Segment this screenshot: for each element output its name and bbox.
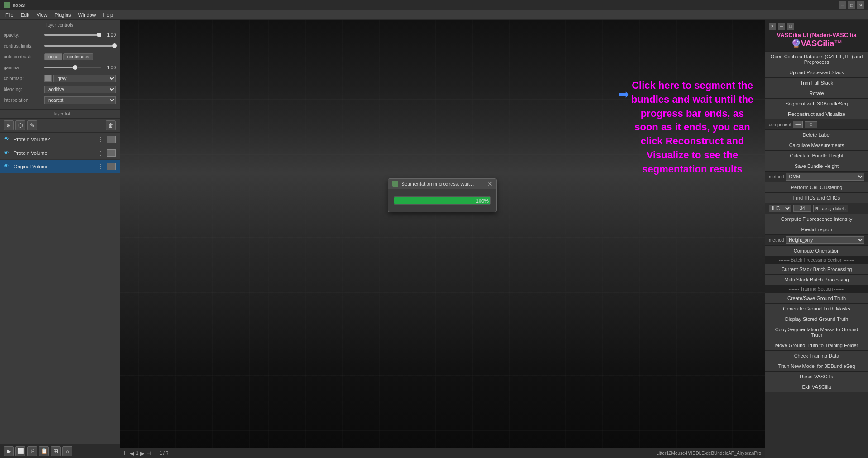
reset-vascilia-button[interactable]: Reset VASCilia — [765, 372, 868, 382]
list-item[interactable]: 👁 Protein Volume ⋮ — [0, 146, 120, 160]
menu-file[interactable]: File — [2, 11, 17, 19]
multi-stack-batch-button[interactable]: Multi Stack Batch Processing — [765, 275, 868, 285]
contrast-slider[interactable] — [44, 45, 116, 47]
tool-shapes[interactable]: ⬡ — [15, 120, 25, 130]
eye-icon[interactable]: 👁 — [4, 149, 11, 157]
delete-label-button[interactable]: Delete Label — [765, 130, 868, 140]
maximize-button[interactable]: □ — [848, 1, 855, 9]
status-page-indicator: 1 / 7 — [160, 451, 168, 456]
menu-help[interactable]: Help — [100, 11, 117, 19]
minimize-button[interactable]: ─ — [839, 1, 846, 9]
gamma-slider[interactable] — [44, 67, 101, 68]
panel-min-btn[interactable]: ─ — [778, 23, 785, 30]
method-select-1[interactable]: GMM — [786, 173, 864, 181]
layer-drag-handle: ⋮ — [97, 163, 103, 170]
left-panel: layer controls opacity: 1.00 contrast li… — [0, 20, 120, 458]
auto-contrast-buttons: once continuous — [44, 53, 93, 60]
opacity-row: opacity: 1.00 — [4, 30, 116, 39]
once-button[interactable]: once — [44, 53, 62, 60]
menu-plugins[interactable]: Plugins — [51, 11, 74, 19]
progress-dialog: Segmentation in progress, wait... ✕ 100% — [388, 178, 497, 212]
eye-icon[interactable]: 👁 — [4, 163, 11, 170]
close-button[interactable]: ✕ — [857, 1, 864, 9]
menu-edit[interactable]: Edit — [17, 11, 33, 19]
generate-gt-masks-button[interactable]: Generate Ground Truth Masks — [765, 304, 868, 314]
open-cochlea-button[interactable]: Open Cochlea Datasets (CZI,LIF,TIF) and … — [765, 52, 868, 67]
microscopy-image — [120, 20, 765, 458]
console-button[interactable]: ▶ — [4, 446, 14, 456]
interpolation-select[interactable]: nearest — [44, 96, 116, 104]
dialog-close-button[interactable]: ✕ — [487, 181, 493, 187]
calc-measurements-button[interactable]: Calculate Measurements — [765, 140, 868, 151]
delete-layer-button[interactable]: 🗑 — [106, 120, 116, 130]
compute-orientation-button[interactable]: Compute Orientation — [765, 246, 868, 256]
panel-max-btn[interactable]: □ — [787, 23, 794, 30]
nav-next[interactable]: ▶ — [140, 450, 144, 457]
paste-button[interactable]: 📋 — [39, 446, 49, 456]
opacity-slider[interactable] — [44, 34, 101, 36]
blending-row: blending: additive — [4, 85, 116, 94]
right-panel-header: ✕ ─ □ VASCilia UI (Naderi-VASCilia 🔮VASC… — [765, 20, 868, 52]
main-layout: layer controls opacity: 1.00 contrast li… — [0, 20, 868, 458]
tool-labels[interactable]: ✎ — [27, 120, 37, 130]
method-select-2[interactable]: Height_only — [786, 236, 864, 244]
dialog-body: 100% — [388, 189, 496, 212]
ihc-count-input[interactable] — [793, 205, 811, 212]
layer-drag-handle: ⋮ — [97, 136, 103, 143]
list-item[interactable]: 👁 Original Volume ⋮ — [0, 160, 120, 173]
colormap-select[interactable]: gray — [53, 75, 116, 82]
component-minus-button[interactable]: — — [793, 121, 803, 128]
menu-bar: File Edit View Plugins Window Help — [0, 10, 868, 20]
bottom-toolbar: ▶ ⬜ ⎘ 📋 ⊞ ⌂ — [0, 444, 120, 458]
layer-thumbnail — [107, 136, 116, 143]
component-input[interactable] — [805, 121, 817, 128]
nav-last[interactable]: ⊣ — [146, 450, 151, 457]
find-ihcs-ohcs-button[interactable]: Find IHCs and OHCs — [765, 193, 868, 203]
auto-contrast-row: auto-contrast: once continuous — [4, 52, 116, 61]
square-button[interactable]: ⬜ — [15, 446, 25, 456]
upload-stack-button[interactable]: Upload Processed Stack — [765, 67, 868, 78]
grid-button[interactable]: ⊞ — [51, 446, 61, 456]
nav-prev[interactable]: ◀ — [130, 450, 134, 457]
rotate-button[interactable]: Rotate — [765, 88, 868, 99]
progress-bar: 100% — [394, 196, 491, 205]
perform-cell-clustering-button[interactable]: Perform Cell Clustering — [765, 182, 868, 193]
check-training-data-button[interactable]: Check Training Data — [765, 351, 868, 361]
list-item[interactable]: 👁 Protein Volume2 ⋮ — [0, 133, 120, 146]
reassign-labels-button[interactable]: Re-assign labels — [813, 205, 848, 212]
blending-select[interactable]: additive — [44, 86, 116, 93]
progress-label: 100% — [476, 197, 489, 205]
tool-points[interactable]: ⊕ — [4, 120, 14, 130]
opacity-value: 1.00 — [102, 33, 116, 38]
home-button[interactable]: ⌂ — [62, 446, 72, 456]
panel-close-btn[interactable]: ✕ — [769, 23, 776, 30]
panel-close-buttons: ✕ ─ □ — [769, 23, 864, 30]
eye-icon[interactable]: 👁 — [4, 136, 11, 143]
menu-window[interactable]: Window — [74, 11, 99, 19]
calc-bundle-height-button[interactable]: Calculate Bundle Height — [765, 151, 868, 161]
display-stored-gt-button[interactable]: Display Stored Ground Truth — [765, 314, 868, 324]
menu-view[interactable]: View — [33, 11, 51, 19]
current-stack-batch-button[interactable]: Current Stack Batch Processing — [765, 264, 868, 275]
method-label-2: method — [769, 238, 784, 243]
compute-fluorescence-button[interactable]: Compute Fluorescence Intensity — [765, 214, 868, 224]
copy-button[interactable]: ⎘ — [27, 446, 37, 456]
move-gt-training-button[interactable]: Move Ground Truth to Training Folder — [765, 340, 868, 351]
predict-region-button[interactable]: Predict region — [765, 224, 868, 235]
layer-toolbar: ⊕ ⬡ ✎ 🗑 — [0, 119, 120, 133]
interpolation-row: interpolation: nearest — [4, 95, 116, 105]
nav-first[interactable]: ⊢ — [124, 450, 128, 457]
create-save-gt-button[interactable]: Create/Save Ground Truth — [765, 293, 868, 304]
continuous-button[interactable]: continuous — [63, 53, 93, 60]
method-row-2: method Height_only — [765, 235, 868, 246]
segment-3d-button[interactable]: Segment with 3DBundleSeq — [765, 99, 868, 109]
train-new-model-button[interactable]: Train New Model for 3DBundleSeq — [765, 361, 868, 372]
layer-list: 👁 Protein Volume2 ⋮ 👁 Protein Volume ⋮ 👁… — [0, 133, 120, 444]
exit-vascilia-button[interactable]: Exit VASCilia — [765, 382, 868, 392]
ihc-type-select[interactable]: IHC — [769, 205, 791, 212]
save-bundle-height-button[interactable]: Save Bundle Height — [765, 161, 868, 172]
copy-seg-masks-button[interactable]: Copy Segmentation Masks to Ground Truth — [765, 324, 868, 340]
title-bar: napari ─ □ ✕ — [0, 0, 868, 10]
reconstruct-button[interactable]: Reconstruct and Visualize — [765, 109, 868, 119]
trim-stack-button[interactable]: Trim Full Stack — [765, 78, 868, 88]
